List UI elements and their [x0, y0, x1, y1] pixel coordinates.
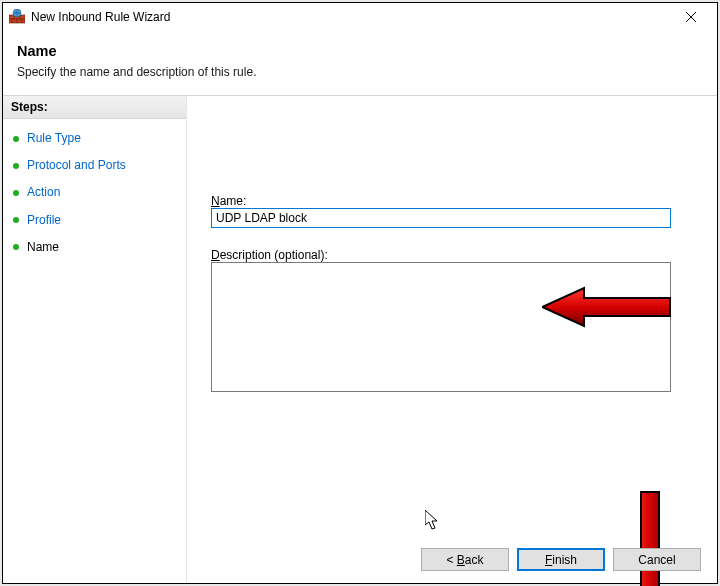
bullet-icon — [13, 136, 19, 142]
steps-list: Rule Type Protocol and Ports Action Prof… — [3, 119, 186, 267]
step-label: Action — [27, 183, 60, 202]
step-protocol-and-ports[interactable]: Protocol and Ports — [3, 152, 186, 179]
description-label-text: escription (optional): — [220, 248, 328, 262]
step-name: Name — [3, 234, 186, 261]
main-panel: Name: Description (optional): — [187, 96, 717, 583]
name-label: Name: — [211, 194, 693, 208]
back-button[interactable]: < Back — [421, 548, 509, 571]
bullet-icon — [13, 217, 19, 223]
bullet-icon — [13, 190, 19, 196]
step-profile[interactable]: Profile — [3, 207, 186, 234]
annotation-arrow-finish — [627, 490, 673, 586]
steps-heading: Steps: — [3, 96, 186, 119]
wizard-body: Steps: Rule Type Protocol and Ports Acti… — [3, 95, 717, 583]
step-rule-type[interactable]: Rule Type — [3, 125, 186, 152]
bullet-icon — [13, 244, 19, 250]
step-label: Name — [27, 238, 59, 257]
wizard-header: Name Specify the name and description of… — [3, 31, 717, 95]
firewall-icon — [9, 9, 25, 25]
wizard-window: New Inbound Rule Wizard Name Specify the… — [2, 2, 718, 584]
wizard-buttons: < Back Finish Cancel — [421, 548, 701, 571]
step-action[interactable]: Action — [3, 179, 186, 206]
description-label: Description (optional): — [211, 248, 693, 262]
title-bar: New Inbound Rule Wizard — [3, 3, 717, 31]
finish-button[interactable]: Finish — [517, 548, 605, 571]
window-title: New Inbound Rule Wizard — [31, 10, 671, 24]
cancel-button[interactable]: Cancel — [613, 548, 701, 571]
bullet-icon — [13, 163, 19, 169]
name-input[interactable] — [211, 208, 671, 228]
steps-panel: Steps: Rule Type Protocol and Ports Acti… — [3, 96, 187, 583]
step-label: Profile — [27, 211, 61, 230]
cursor-icon — [425, 510, 441, 535]
step-label: Protocol and Ports — [27, 156, 126, 175]
close-button[interactable] — [671, 3, 711, 31]
description-input[interactable] — [211, 262, 671, 392]
step-label: Rule Type — [27, 129, 81, 148]
page-subtitle: Specify the name and description of this… — [17, 65, 703, 79]
page-title: Name — [17, 43, 703, 59]
name-label-text: ame: — [220, 194, 247, 208]
svg-marker-14 — [425, 510, 437, 529]
svg-marker-13 — [631, 492, 669, 586]
